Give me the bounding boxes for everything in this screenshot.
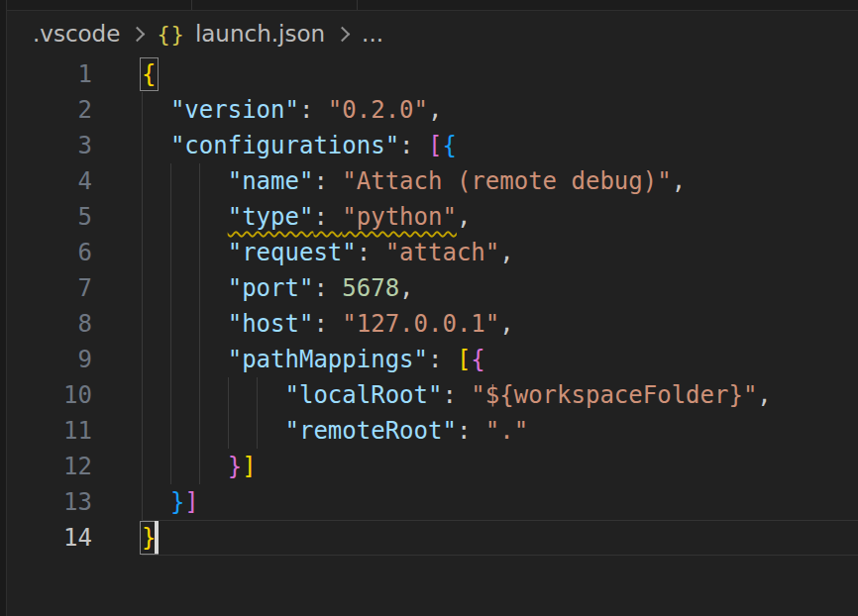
code-token: ,	[457, 203, 471, 231]
indent-guide	[142, 163, 143, 199]
code-token: ]	[184, 488, 198, 516]
code-token	[142, 310, 228, 338]
code-token	[142, 203, 228, 231]
breadcrumb-file[interactable]: launch.json	[195, 21, 325, 47]
indent-guide	[199, 270, 200, 306]
breadcrumb-symbol-more[interactable]: ...	[362, 21, 383, 47]
code-token	[142, 274, 228, 302]
indent-guide	[228, 413, 229, 449]
line-number[interactable]: 1	[7, 56, 92, 92]
code-lines-container: 1{2 "version": "0.2.0",3 "configurations…	[7, 56, 858, 556]
breadcrumb-folder[interactable]: .vscode	[33, 21, 120, 47]
code-token: "port"	[228, 274, 314, 302]
code-token: :	[313, 310, 342, 338]
code-line[interactable]: 5 "type": "python",	[7, 199, 858, 235]
indent-guide	[257, 413, 258, 449]
line-number[interactable]: 12	[7, 449, 92, 484]
indent-guide	[170, 342, 171, 377]
indent-guide	[199, 235, 200, 270]
code-token: [	[457, 346, 471, 373]
line-number[interactable]: 10	[7, 377, 92, 413]
line-number[interactable]: 6	[7, 235, 92, 270]
code-token: :	[313, 167, 342, 195]
code-line[interactable]: 1{	[7, 56, 858, 92]
code-token: "localRoot"	[285, 381, 443, 409]
code-token: "remoteRoot"	[285, 417, 457, 445]
code-token: "type"	[228, 203, 314, 231]
line-number[interactable]: 9	[7, 342, 92, 377]
code-line[interactable]: 10 "localRoot": "${workspaceFolder}",	[7, 377, 858, 413]
indent-guide	[228, 377, 229, 413]
code-token	[142, 167, 228, 195]
code-token: 5678	[342, 274, 399, 302]
bracket-match-box	[140, 57, 159, 91]
code-text: "localRoot": "${workspaceFolder}",	[142, 377, 772, 413]
code-line[interactable]: 3 "configurations": [{	[7, 128, 858, 163]
indent-guide	[170, 163, 171, 199]
code-line[interactable]: 9 "pathMappings": [{	[7, 342, 858, 377]
code-text: "name": "Attach (remote debug)",	[142, 163, 686, 199]
breadcrumb: .vscode {} launch.json ...	[7, 11, 858, 56]
code-token	[142, 239, 228, 266]
indent-guide	[142, 235, 143, 270]
code-token: "request"	[228, 239, 357, 266]
code-token: "configurations"	[170, 132, 399, 159]
line-number[interactable]: 2	[7, 92, 92, 128]
code-token	[142, 96, 170, 124]
code-line[interactable]: 14}	[7, 520, 858, 556]
indent-guide	[142, 270, 143, 306]
tab-divider	[357, 0, 358, 10]
code-token: :	[313, 203, 342, 231]
code-text: "version": "0.2.0",	[142, 92, 442, 128]
json-file-icon: {}	[157, 22, 185, 47]
code-token: ,	[499, 239, 513, 266]
line-number[interactable]: 13	[7, 484, 92, 520]
indent-guide	[142, 306, 143, 342]
code-token	[142, 346, 228, 373]
code-token: "127.0.0.1"	[342, 310, 499, 338]
code-token: ,	[399, 274, 413, 302]
code-line[interactable]: 11 "remoteRoot": "."	[7, 413, 858, 449]
code-token: :	[428, 346, 457, 373]
code-line[interactable]: 6 "request": "attach",	[7, 235, 858, 270]
code-token: ]	[242, 453, 256, 480]
code-line[interactable]: 2 "version": "0.2.0",	[7, 92, 858, 128]
code-token: ,	[672, 167, 686, 195]
code-text: }]	[142, 484, 199, 520]
code-token: :	[357, 239, 385, 266]
code-token: :	[313, 274, 342, 302]
code-token: "pathMappings"	[228, 346, 428, 373]
code-text: "pathMappings": [{	[142, 342, 485, 377]
code-line[interactable]: 12 }]	[7, 449, 858, 484]
code-token	[142, 132, 170, 159]
line-number[interactable]: 5	[7, 199, 92, 235]
indent-guide	[199, 199, 200, 235]
code-text: "type": "python",	[142, 199, 471, 235]
code-token: [	[428, 132, 442, 159]
code-token	[142, 453, 228, 480]
indent-guide	[170, 199, 171, 235]
indent-guide	[142, 92, 143, 128]
code-line[interactable]: 8 "host": "127.0.0.1",	[7, 306, 858, 342]
line-number[interactable]: 7	[7, 270, 92, 306]
line-number[interactable]: 4	[7, 163, 92, 199]
code-line[interactable]: 7 "port": 5678,	[7, 270, 858, 306]
code-token	[142, 381, 285, 409]
code-token: {	[471, 346, 484, 373]
indent-guide	[199, 449, 200, 484]
line-number[interactable]: 11	[7, 413, 92, 449]
indent-guide	[170, 270, 171, 306]
indent-guide	[142, 377, 143, 413]
indent-guide	[142, 449, 143, 484]
code-token: "Attach (remote debug)"	[342, 167, 671, 195]
code-line[interactable]: 13 }]	[7, 484, 858, 520]
code-text: "configurations": [{	[142, 128, 457, 163]
line-number[interactable]: 14	[7, 520, 92, 556]
line-number[interactable]: 8	[7, 306, 92, 342]
indent-guide	[199, 377, 200, 413]
code-token: }	[170, 488, 184, 516]
code-line[interactable]: 4 "name": "Attach (remote debug)",	[7, 163, 858, 199]
code-editor[interactable]: 1{2 "version": "0.2.0",3 "configurations…	[7, 56, 858, 616]
indent-guide	[199, 413, 200, 449]
line-number[interactable]: 3	[7, 128, 92, 163]
